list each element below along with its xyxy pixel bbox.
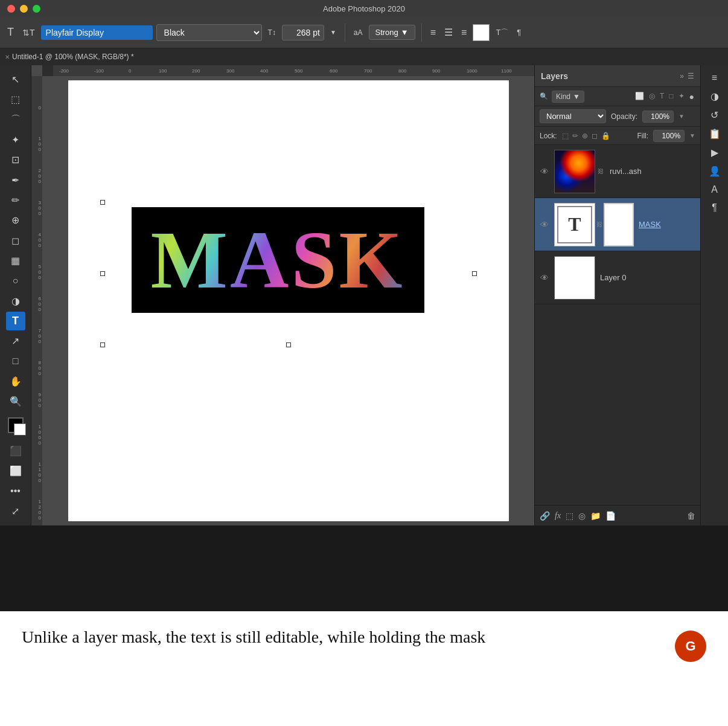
- filter-toggle[interactable]: ●: [688, 91, 695, 103]
- group-icon[interactable]: 📁: [590, 511, 601, 521]
- history-icon[interactable]: ↺: [708, 107, 721, 123]
- screen-mode-icon[interactable]: ⬜: [6, 461, 25, 480]
- warp-text-icon[interactable]: T⌒: [493, 25, 511, 40]
- fill-label: Fill:: [637, 132, 648, 140]
- layer-visibility-1[interactable]: 👁: [540, 220, 549, 230]
- magic-wand-icon[interactable]: ✦: [6, 130, 25, 149]
- left-toolbar: ↖ ⬚ ⌒ ✦ ⊡ ✒ ✏ ⊕ ◻ ▦ ○ ◑ T ↗ □ ✋ 🔍 ⬛ ⬜ ••…: [0, 65, 31, 525]
- fill-input[interactable]: [653, 130, 685, 142]
- lock-paint-icon[interactable]: ✏: [572, 132, 578, 140]
- filter-smart-icon[interactable]: ✦: [677, 91, 686, 103]
- eyedropper-icon[interactable]: ✒: [6, 171, 25, 190]
- mask-image[interactable]: MASK: [132, 207, 424, 313]
- mask-mode-icon[interactable]: ⬛: [6, 442, 25, 460]
- size-unit-arrow[interactable]: ▼: [328, 27, 339, 38]
- menu-icon[interactable]: ☰: [688, 72, 694, 80]
- crop-tool-icon[interactable]: ⊡: [6, 150, 25, 169]
- font-size-input[interactable]: [282, 25, 324, 40]
- text-orient-icon[interactable]: ⇅T: [20, 25, 37, 40]
- mask-text: MASK: [151, 219, 405, 301]
- layer-visibility-0[interactable]: 👁: [540, 167, 549, 176]
- opacity-arrow[interactable]: ▼: [679, 113, 685, 120]
- move-tool-icon[interactable]: ↖: [6, 70, 25, 89]
- text-tool-icon[interactable]: T: [5, 24, 16, 41]
- handle-bot-mid[interactable]: [286, 342, 291, 347]
- properties-icon[interactable]: 📋: [706, 126, 723, 142]
- arrange-icon[interactable]: ⤢: [6, 502, 25, 521]
- align-left-icon[interactable]: ≡: [428, 26, 438, 39]
- tab-label[interactable]: Untitled-1 @ 100% (MASK, RGB/8*) *: [12, 53, 134, 61]
- new-layer-icon[interactable]: 📄: [605, 511, 616, 521]
- opacity-input[interactable]: [642, 111, 674, 123]
- lock-all-icon[interactable]: 🔒: [601, 132, 610, 140]
- layer-name-2: Layer 0: [600, 273, 695, 282]
- plugins-icon[interactable]: 👤: [706, 163, 723, 179]
- delete-layer-icon[interactable]: 🗑: [687, 511, 695, 521]
- path-select-icon[interactable]: ↗: [6, 332, 25, 350]
- align-right-icon[interactable]: ≡: [459, 26, 469, 39]
- window-controls[interactable]: [7, 5, 40, 13]
- adjustment-icon[interactable]: ◎: [578, 511, 586, 521]
- play-icon[interactable]: ▶: [709, 144, 721, 161]
- filter-kind-select[interactable]: Kind ▼: [552, 91, 584, 103]
- close-button[interactable]: [7, 5, 15, 13]
- filter-shape-icon[interactable]: □: [668, 91, 674, 103]
- fx-icon[interactable]: fx: [555, 511, 561, 521]
- text-color-swatch[interactable]: [473, 24, 490, 41]
- fill-arrow[interactable]: ▼: [689, 132, 695, 139]
- shape-tool-icon[interactable]: □: [6, 352, 25, 371]
- filter-adjustment-icon[interactable]: ◎: [648, 91, 656, 103]
- filter-kind-label: Kind: [556, 92, 570, 101]
- adjust-icon[interactable]: ◑: [708, 88, 721, 104]
- layer-visibility-2[interactable]: 👁: [540, 273, 549, 283]
- clone-stamp-icon[interactable]: ⊕: [6, 211, 25, 230]
- layer-chain-icon-0: ⛓: [596, 150, 605, 193]
- lasso-tool-icon[interactable]: ⌒: [6, 111, 25, 129]
- minimize-button[interactable]: [20, 5, 28, 13]
- right-panel: ≡ ◑ ↺ 📋 ▶ 👤 A ¶: [700, 65, 728, 525]
- add-mask-icon[interactable]: ⬚: [566, 511, 573, 521]
- mask-letters: MASK: [151, 219, 405, 301]
- hand-tool-icon[interactable]: ✋: [6, 372, 25, 391]
- layers-panel-icon[interactable]: ≡: [709, 70, 720, 86]
- font-family-input[interactable]: [41, 25, 153, 40]
- gradient-tool-icon[interactable]: ▦: [6, 251, 25, 270]
- antialiasing-select[interactable]: Strong ▼: [369, 25, 415, 40]
- tab-close-icon[interactable]: ✕: [5, 54, 10, 60]
- maximize-button[interactable]: [33, 5, 40, 13]
- lock-artboard-icon[interactable]: ◻: [592, 132, 598, 140]
- opacity-label: Opacity:: [611, 112, 637, 121]
- handle-mid-left[interactable]: [100, 271, 105, 276]
- layer-item-photo[interactable]: 👁 ⛓ ruvi...ash: [535, 145, 700, 198]
- font-style-select[interactable]: Black: [156, 24, 262, 41]
- zoom-tool-icon[interactable]: 🔍: [6, 392, 25, 411]
- handle-mid-right[interactable]: [472, 271, 477, 276]
- white-canvas[interactable]: MASK: [68, 80, 509, 521]
- lock-transparent-icon[interactable]: ⬚: [562, 132, 569, 140]
- extra-tools-icon[interactable]: •••: [6, 481, 25, 500]
- foreground-color[interactable]: [8, 417, 24, 433]
- filter-pixel-icon[interactable]: ⬜: [634, 91, 645, 103]
- align-center-icon[interactable]: ☰: [442, 25, 455, 39]
- eraser-tool-icon[interactable]: ◻: [6, 231, 25, 250]
- layer-item-text[interactable]: 👁 T ⛓ MASK: [535, 198, 700, 251]
- selection-tool-icon[interactable]: ⬚: [6, 90, 25, 109]
- filter-type-icon[interactable]: T: [659, 91, 665, 103]
- blend-mode-select[interactable]: Normal: [540, 109, 606, 123]
- paragraph-icon[interactable]: ¶: [709, 200, 720, 216]
- brush-tool-icon[interactable]: ✏: [6, 191, 25, 210]
- background-color[interactable]: [14, 423, 26, 435]
- character-panel-icon[interactable]: ¶: [514, 25, 523, 39]
- font-glyph-icon[interactable]: A: [709, 182, 720, 198]
- blur-tool-icon[interactable]: ○: [6, 271, 25, 290]
- handle-top-left[interactable]: [100, 200, 105, 205]
- handle-bot-left[interactable]: [100, 342, 105, 347]
- link-layers-icon[interactable]: 🔗: [540, 511, 550, 521]
- layer-name-0: ruvi...ash: [610, 167, 695, 176]
- lock-move-icon[interactable]: ⊕: [582, 132, 588, 140]
- layer-item-background[interactable]: 👁 Layer 0: [535, 251, 700, 304]
- expand-icon[interactable]: »: [680, 72, 684, 80]
- dodge-tool-icon[interactable]: ◑: [6, 292, 25, 310]
- text-tool-icon[interactable]: T: [6, 312, 25, 330]
- site-logo: G: [675, 631, 706, 662]
